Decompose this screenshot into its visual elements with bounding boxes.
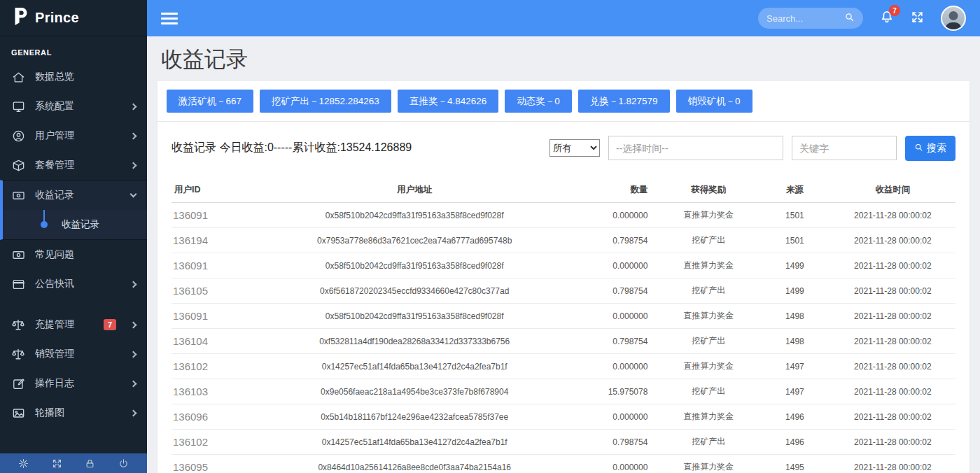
sidebar-item-deposit-withdraw[interactable]: 充提管理 7 (0, 310, 147, 339)
sidebar-item-announcements[interactable]: 公告快讯 (0, 269, 147, 299)
menu-toggle-icon[interactable] (161, 13, 178, 24)
income-records-submenu: 收益记录 (3, 210, 147, 239)
type-select[interactable]: 所有 (550, 139, 600, 157)
stat-button[interactable]: 激活矿机－667 (167, 90, 253, 113)
chevron-right-icon (130, 409, 137, 416)
table-header: 用户ID 用户地址 数量 获得奖励 来源 收益时间 (172, 178, 955, 203)
sidebar-item-income-records[interactable]: 收益记录 (3, 181, 147, 210)
search-icon[interactable] (844, 12, 855, 25)
cell-amount: 0.000000 (579, 455, 657, 473)
image-icon (11, 407, 25, 420)
sidebar-subitem-income-records[interactable]: 收益记录 (3, 210, 147, 239)
chevron-down-icon (130, 191, 137, 198)
scale-icon (11, 318, 25, 332)
topbar-right: 7 (758, 6, 966, 31)
sidebar-item-operation-logs[interactable]: 操作日志 (0, 369, 147, 398)
sidebar-group-income-records: 收益记录 收益记录 (0, 180, 147, 240)
stat-button[interactable]: 动态奖－0 (505, 90, 572, 113)
chevron-right-icon (130, 321, 137, 328)
table-row: 136194 0x7953a778e86d3a7621cec2ea74a6777… (172, 228, 955, 253)
stat-button[interactable]: 直推奖－4.842626 (398, 90, 498, 113)
chevron-right-icon (130, 132, 137, 139)
cell-reward: 挖矿产出 (657, 278, 760, 304)
cell-source: 1499 (760, 278, 830, 304)
user-avatar[interactable] (941, 6, 966, 31)
column-header-reward: 获得奖励 (657, 178, 760, 203)
search-input[interactable] (766, 13, 844, 24)
column-header-user-id: 用户ID (172, 178, 250, 203)
notifications-button[interactable]: 7 (880, 10, 894, 27)
cell-user-id: 136105 (172, 278, 250, 304)
cell-amount: 0.798754 (579, 278, 657, 304)
cell-source: 1501 (760, 228, 830, 253)
cell-income-time: 2021-11-28 00:00:02 (830, 253, 955, 278)
package-icon (11, 159, 25, 172)
topbar-search[interactable] (758, 8, 863, 29)
cell-user-id: 136102 (172, 430, 250, 455)
stat-button[interactable]: 兑换－1.827579 (578, 90, 670, 113)
table-row: 136102 0x14257ec51af14fda65ba13e4127d2c4… (172, 430, 955, 455)
stat-button[interactable]: 销毁矿机－0 (676, 90, 752, 113)
cell-income-time: 2021-11-28 00:00:02 (830, 329, 955, 354)
cell-reward: 直推算力奖金 (657, 354, 760, 379)
fullscreen-icon[interactable] (911, 10, 924, 27)
page-content: 收益记录 激活矿机－667挖矿产出－12852.284263直推奖－4.8426… (147, 36, 980, 473)
cell-income-time: 2021-11-28 00:00:02 (830, 203, 955, 228)
expand-icon[interactable] (52, 458, 62, 469)
gear-icon[interactable] (18, 458, 29, 469)
cell-source: 1498 (760, 329, 830, 354)
cell-income-time: 2021-11-28 00:00:02 (830, 379, 955, 404)
table-body: 136091 0x58f510b2042cd9ffa31f95163a358f8… (172, 203, 955, 473)
logo[interactable]: Prince (0, 0, 147, 36)
cell-income-time: 2021-11-28 00:00:02 (830, 354, 955, 379)
cell-income-time: 2021-11-28 00:00:02 (830, 430, 955, 455)
stat-button[interactable]: 挖矿产出－12852.284263 (260, 90, 391, 113)
cell-user-address: 0x14257ec51af14fda65ba13e4127d2c4a2fea7b… (250, 354, 579, 379)
sidebar-item-system-config[interactable]: 系统配置 (0, 92, 147, 121)
sidebar-footer (0, 453, 147, 473)
sidebar-item-package-management[interactable]: 套餐管理 (0, 150, 147, 180)
date-range-input[interactable] (608, 136, 783, 160)
home-icon (11, 71, 25, 84)
cell-reward: 直推算力奖金 (657, 455, 760, 473)
cell-user-id: 136102 (172, 354, 250, 379)
banknote-icon (11, 189, 25, 202)
sidebar-item-user-management[interactable]: 用户管理 (0, 121, 147, 150)
cell-user-id: 136091 (172, 253, 250, 278)
sidebar-item-data-overview[interactable]: 数据总览 (0, 62, 147, 92)
cell-reward: 挖矿产出 (657, 379, 760, 404)
cell-amount: 15.975078 (579, 379, 657, 404)
scale-icon (11, 347, 25, 361)
cell-income-time: 2021-11-28 00:00:02 (830, 404, 955, 430)
lock-icon[interactable] (85, 458, 95, 469)
cell-amount: 0.000000 (579, 304, 657, 329)
search-button[interactable]: 搜索 (905, 136, 955, 161)
sidebar-item-faq[interactable]: 常见问题 (0, 240, 147, 269)
nav-spacer (0, 299, 147, 310)
power-icon[interactable] (118, 458, 129, 469)
cell-user-address: 0x58f510b2042cd9ffa31f95163a358f8ced9f02… (250, 203, 579, 228)
keyword-input[interactable] (792, 136, 897, 160)
nav-section-label: GENERAL (0, 36, 147, 62)
cell-user-address: 0x7953a778e86d3a7621cec2ea74a6777ad69574… (250, 228, 579, 253)
sidebar-item-destroy-management[interactable]: 销毁管理 (0, 339, 147, 369)
cell-amount: 0.000000 (579, 253, 657, 278)
cell-reward: 挖矿产出 (657, 430, 760, 455)
cell-amount: 0.000000 (579, 354, 657, 379)
cell-reward: 直推算力奖金 (657, 304, 760, 329)
logo-text: Prince (35, 10, 79, 26)
column-header-source: 来源 (760, 178, 830, 203)
cell-source: 1496 (760, 430, 830, 455)
sidebar-item-carousel[interactable]: 轮播图 (0, 398, 147, 428)
cell-amount: 0.000000 (579, 404, 657, 430)
cell-source: 1498 (760, 304, 830, 329)
filter-controls: 所有 搜索 (550, 136, 955, 161)
table-row: 136104 0xf532811a4df190dea28268a33412d33… (172, 329, 955, 354)
cell-user-id: 136091 (172, 304, 250, 329)
cell-user-address: 0x8464d10a25614126a8ee8cde0f3aa74ba2154a… (250, 455, 579, 473)
cell-amount: 0.798754 (579, 329, 657, 354)
table-row: 136105 0x6f5618720202345eccfd9334660e427… (172, 278, 955, 304)
table-row: 136095 0x8464d10a25614126a8ee8cde0f3aa74… (172, 455, 955, 473)
cell-user-address: 0x9e056faeac218a1a4954be3ce373fe7b8f6789… (250, 379, 579, 404)
cell-reward: 直推算力奖金 (657, 203, 760, 228)
